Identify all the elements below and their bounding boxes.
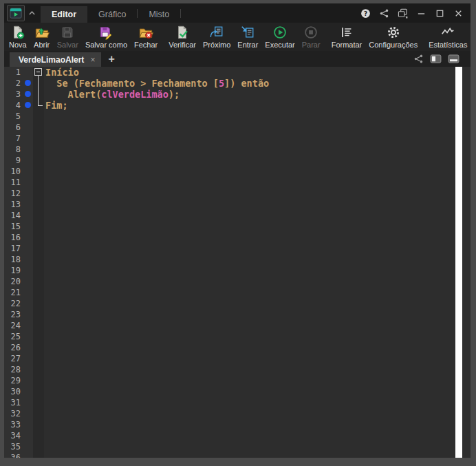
toolbar-button-salvar-como[interactable]: Salvar como (82, 23, 131, 51)
vertical-scrollbar[interactable] (455, 67, 462, 458)
line-number: 19 (4, 265, 21, 276)
breakpoint-dot[interactable] (25, 80, 31, 86)
line-number: 10 (4, 166, 21, 177)
breakpoint-dot[interactable] (25, 102, 31, 108)
file-tab-verdelimaoalert[interactable]: VerdeLimaoAlert × (10, 52, 101, 67)
line-number: 6 (4, 122, 21, 133)
fold-margin[interactable] (33, 67, 44, 458)
close-button[interactable] (453, 8, 464, 19)
line-number: 26 (4, 342, 21, 353)
code-token-default: Se (Fechamento > Fechamento [ (45, 78, 219, 89)
toolbar-button-verificar[interactable]: Verificar (165, 23, 199, 51)
split-vertical-icon (430, 54, 442, 63)
share-button[interactable] (413, 54, 424, 64)
share-icon (379, 8, 389, 19)
toolbar-button-label: Formatar (332, 41, 363, 49)
toolbar-button-label: Configurações (369, 41, 418, 49)
file-tab-label: VerdeLimaoAlert (19, 55, 84, 65)
line-number: 16 (4, 232, 21, 243)
code-token-default: Alert( (45, 89, 101, 100)
line-number: 3 (4, 89, 21, 100)
toolbar-button-label: Salvar (57, 41, 78, 49)
app-tab-misto[interactable]: Misto (138, 6, 180, 23)
line-number: 33 (4, 419, 21, 430)
toolbar-button-configurac-o-es[interactable]: Configurações (365, 23, 421, 51)
verify-icon (174, 25, 191, 40)
toolbar-button-label: Executar (265, 41, 294, 49)
minimize-button[interactable] (415, 8, 426, 19)
toolbar-button-label: Entrar (237, 41, 258, 49)
save-icon (59, 25, 76, 40)
fold-guide-corner (38, 105, 43, 106)
line-number: 32 (4, 408, 21, 419)
split-vertical-button[interactable] (430, 54, 442, 63)
line-number: 8 (4, 144, 21, 155)
line-number: 17 (4, 243, 21, 254)
minimize-icon (416, 8, 426, 19)
code-editor[interactable]: 1234567891011121314151617181920212223242… (4, 67, 470, 458)
line-number: 21 (4, 287, 21, 298)
line-number: 12 (4, 188, 21, 199)
toolbar-button-label: Nova (9, 41, 27, 49)
toolbar-button-label: Verificar (169, 41, 196, 49)
collapse-ribbon-button[interactable] (28, 10, 36, 16)
code-line: Se (Fechamento > Fechamento [5]) então (45, 78, 269, 89)
app-tab-grafico[interactable]: Gráfico (87, 6, 137, 23)
line-number: 30 (4, 386, 21, 397)
file-tabbar: VerdeLimaoAlert × + (4, 51, 470, 67)
app-tabs: Editor Gráfico Misto (41, 3, 181, 23)
toolbar-button-label: Estatísticas (429, 41, 467, 49)
toolbar-button-formatar[interactable]: Formatar (328, 23, 366, 51)
app-tab-label: Misto (149, 10, 169, 19)
step-into-icon (239, 25, 256, 40)
toolbar-button-executar[interactable]: Executar (261, 23, 298, 51)
close-icon (453, 8, 464, 19)
stop-icon (303, 25, 319, 40)
app-menu-button[interactable] (7, 5, 25, 21)
share-icon (413, 54, 424, 64)
line-number: 20 (4, 276, 21, 287)
chevron-up-icon (28, 10, 36, 16)
tab-actions (413, 54, 470, 64)
help-button[interactable]: ? (360, 8, 371, 19)
breakpoint-margin[interactable] (23, 67, 33, 458)
toolbar-button-abrir[interactable]: Abrir (30, 23, 54, 51)
code-token-default: Fim; (45, 100, 68, 111)
new-tab-button[interactable]: + (101, 54, 121, 65)
maximize-button[interactable] (434, 8, 445, 19)
toolbar-button-label: Parar (302, 41, 321, 49)
code-area[interactable]: Início Se (Fechamento > Fechamento [5]) … (44, 67, 455, 458)
toolbar-button-estati-sticas[interactable]: Estatísticas (425, 23, 470, 51)
step-over-icon (208, 25, 225, 40)
code-line: Fim; (45, 100, 68, 111)
toolbar-button-label: Fechar (134, 41, 158, 49)
code-token-default: Início (45, 67, 79, 78)
line-number: 29 (4, 375, 21, 386)
toolbar-button-salvar: Salvar (54, 23, 82, 51)
toolbar-button-entrar[interactable]: Entrar (234, 23, 261, 51)
code-token-constant: 5 (219, 78, 224, 89)
split-horizontal-button[interactable] (448, 54, 459, 63)
breakpoint-dot[interactable] (25, 91, 31, 97)
close-tab-icon[interactable]: × (90, 56, 95, 64)
format-icon (338, 25, 355, 40)
toolbar-button-parar: Parar (299, 23, 324, 51)
toolbar-button-fechar[interactable]: Fechar (131, 23, 161, 51)
code-token-default: ]) então (224, 78, 269, 89)
line-number: 35 (4, 441, 21, 452)
window-controls: ? (360, 8, 470, 19)
toolbar-button-nova[interactable]: Nova (6, 23, 30, 51)
line-number: 15 (4, 221, 21, 232)
fold-guide-line (38, 76, 39, 105)
detach-button[interactable] (397, 8, 408, 19)
fold-collapse-icon[interactable] (34, 68, 42, 76)
app-tab-editor[interactable]: Editor (41, 6, 87, 23)
share-button[interactable] (378, 8, 389, 19)
tab-separator (180, 9, 181, 18)
line-number: 13 (4, 199, 21, 210)
line-numbers: 1234567891011121314151617181920212223242… (4, 67, 23, 458)
toolbar-button-pro-ximo[interactable]: Próximo (199, 23, 234, 51)
line-number: 5 (4, 111, 21, 122)
toolbar-button-label: Salvar como (85, 41, 127, 49)
code-token-default: ); (169, 89, 180, 100)
